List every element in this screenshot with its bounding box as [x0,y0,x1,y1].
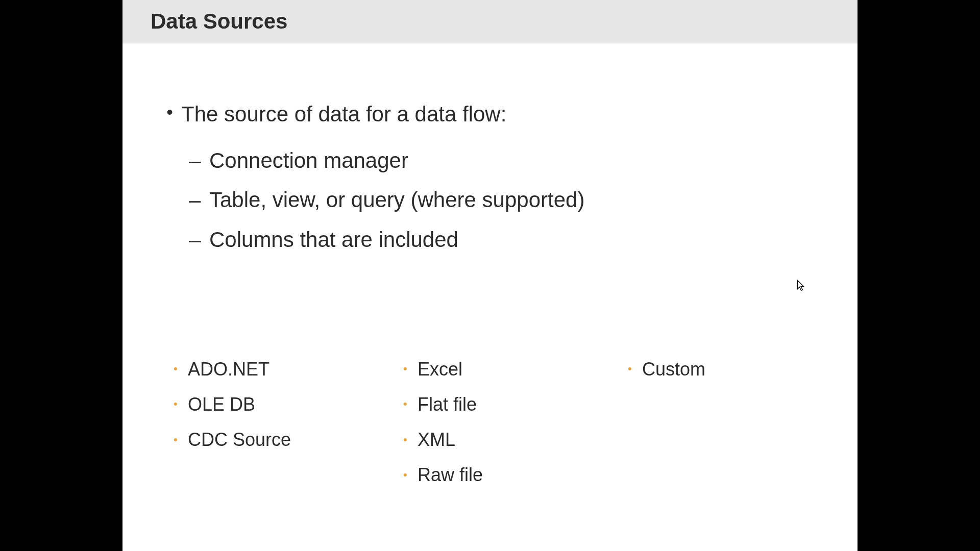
list-item: •Excel [403,352,628,387]
list-item-text: OLE DB [188,387,255,422]
column-3: •Custom [628,352,781,492]
sub-item-text: Columns that are included [209,228,458,252]
bullet-dot: • [158,99,181,125]
list-item-text: XML [418,422,455,457]
list-item: •Custom [628,352,781,387]
dash-icon: – [189,180,209,220]
slide: Data Sources •The source of data for a d… [122,0,857,551]
list-item: •Raw file [403,457,628,492]
list-item-text: Excel [418,352,462,387]
list-item-text: CDC Source [188,422,291,457]
list-item-text: Flat file [418,387,477,422]
column-1: •ADO.NET •OLE DB •CDC Source [174,352,403,492]
dash-icon: – [189,141,209,181]
list-item: •Flat file [403,387,628,422]
bullet-icon: • [174,393,188,415]
list-item: •CDC Source [174,422,403,457]
main-bullet-text: The source of data for a data flow: [181,102,506,126]
column-2: •Excel •Flat file •XML •Raw file [403,352,628,492]
sub-item: –Connection manager [189,141,827,181]
sub-item: –Columns that are included [189,220,827,260]
main-bullet: •The source of data for a data flow: [158,99,827,130]
slide-header: Data Sources [122,0,857,43]
slide-body: •The source of data for a data flow: –Co… [122,43,857,492]
bullet-icon: • [174,429,188,450]
list-item-text: ADO.NET [188,352,270,387]
sub-item-text: Connection manager [209,148,408,172]
bullet-icon: • [403,393,418,415]
source-columns: •ADO.NET •OLE DB •CDC Source •Excel •Fla… [174,352,827,492]
list-item-text: Raw file [418,457,483,492]
list-item: •XML [403,422,628,457]
bullet-icon: • [403,464,418,486]
bullet-icon: • [628,358,642,380]
bullet-icon: • [403,358,418,380]
list-item: •OLE DB [174,387,403,422]
sub-item-text: Table, view, or query (where supported) [209,188,584,212]
list-item: •ADO.NET [174,352,403,387]
bullet-icon: • [174,358,188,380]
bullet-icon: • [403,429,418,450]
list-item-text: Custom [642,352,705,387]
dash-icon: – [189,220,209,260]
sub-item: –Table, view, or query (where supported) [189,180,827,220]
slide-title: Data Sources [151,9,829,34]
sub-list: –Connection manager –Table, view, or que… [189,141,827,260]
